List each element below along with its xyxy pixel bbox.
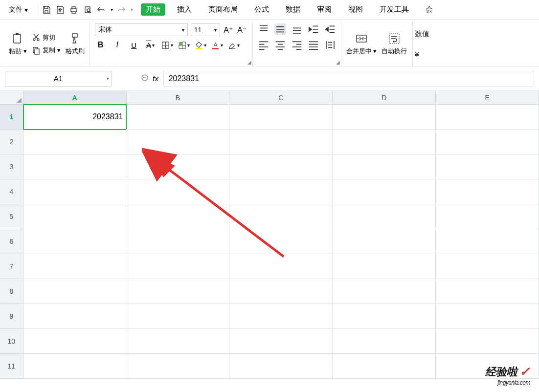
row-header-9[interactable]: 9 — [0, 304, 23, 329]
undo-icon[interactable] — [96, 4, 107, 15]
undo-dropdown[interactable]: ▾ — [111, 7, 113, 12]
select-all-corner[interactable] — [0, 91, 23, 105]
cell[interactable] — [126, 329, 229, 354]
cell[interactable] — [436, 304, 539, 329]
bold-button[interactable]: B — [95, 39, 107, 51]
cell[interactable] — [23, 179, 127, 204]
group-expand-icon[interactable]: ◢ — [247, 60, 251, 65]
cell[interactable] — [126, 154, 229, 179]
align-left-button[interactable] — [258, 39, 270, 51]
cell[interactable] — [23, 354, 127, 379]
redo-dropdown[interactable]: ▾ — [131, 7, 133, 12]
cell[interactable] — [229, 304, 333, 329]
tab-formula[interactable]: 公式 — [249, 3, 274, 16]
cell[interactable] — [229, 329, 333, 354]
cut-button[interactable]: 剪切 — [32, 33, 61, 42]
formula-input[interactable]: 2023831 — [163, 71, 534, 87]
justify-button[interactable] — [308, 39, 319, 51]
row-header-1[interactable]: 1 — [0, 105, 23, 130]
tab-insert[interactable]: 插入 — [172, 3, 197, 16]
cell[interactable] — [126, 229, 229, 254]
number-label[interactable]: 数值 — [415, 29, 429, 39]
row-header-2[interactable]: 2 — [0, 130, 23, 154]
merge-center-button[interactable]: 合并居中 ▾ — [346, 32, 377, 56]
redo-icon[interactable] — [116, 4, 127, 15]
print-icon[interactable] — [68, 4, 79, 15]
cell[interactable] — [229, 179, 333, 204]
cell[interactable] — [436, 229, 539, 254]
border-button[interactable]: ▾ — [161, 39, 173, 51]
font-color-button[interactable]: A▾ — [211, 39, 223, 51]
paste-button[interactable]: 粘贴 ▾ — [9, 32, 27, 56]
cell-E1[interactable] — [436, 105, 539, 130]
align-top-button[interactable] — [258, 23, 270, 35]
save-icon[interactable] — [41, 4, 52, 15]
group-expand-icon[interactable]: ◢ — [336, 60, 340, 65]
wrap-text-button[interactable]: 自动换行 — [382, 32, 407, 56]
fx-button[interactable]: fx — [153, 74, 158, 83]
italic-button[interactable]: I — [112, 39, 123, 51]
cell[interactable] — [126, 354, 229, 379]
cell[interactable] — [23, 279, 127, 304]
cell-A1[interactable]: 2023831 — [23, 105, 127, 130]
decrease-font-button[interactable]: A⁻ — [237, 25, 247, 35]
format-painter-button[interactable]: 格式刷 — [66, 32, 85, 56]
distribute-button[interactable] — [324, 39, 336, 51]
cell[interactable] — [333, 154, 436, 179]
col-header-D[interactable]: D — [333, 91, 436, 105]
align-middle-button[interactable] — [274, 23, 286, 35]
cell[interactable] — [333, 304, 436, 329]
cell[interactable] — [229, 279, 333, 304]
cell[interactable] — [23, 154, 127, 179]
cell[interactable] — [229, 254, 333, 279]
cell[interactable] — [436, 179, 539, 204]
tab-view[interactable]: 视图 — [343, 3, 368, 16]
cell[interactable] — [436, 254, 539, 279]
align-center-button[interactable] — [274, 39, 286, 51]
clear-format-button[interactable]: ▾ — [228, 39, 240, 51]
cell[interactable] — [333, 279, 436, 304]
row-header-5[interactable]: 5 — [0, 204, 23, 229]
tab-home[interactable]: 开始 — [141, 3, 165, 16]
row-header-6[interactable]: 6 — [0, 229, 23, 254]
col-header-C[interactable]: C — [229, 91, 333, 105]
cell[interactable] — [333, 130, 436, 154]
col-header-B[interactable]: B — [127, 91, 230, 105]
align-bottom-button[interactable] — [291, 23, 303, 35]
cell[interactable] — [333, 179, 436, 204]
font-name-select[interactable]: 宋体 ▾ — [95, 23, 188, 36]
cell[interactable] — [333, 229, 436, 254]
cell[interactable] — [23, 130, 127, 154]
row-header-10[interactable]: 10 — [0, 329, 23, 354]
cell[interactable] — [23, 254, 127, 279]
cell[interactable] — [126, 204, 229, 229]
cell[interactable] — [436, 329, 539, 354]
tab-layout[interactable]: 页面布局 — [203, 3, 243, 16]
cell[interactable] — [126, 130, 229, 154]
name-box[interactable]: A1 ▾ — [5, 71, 112, 87]
cancel-fx-icon[interactable] — [141, 74, 149, 84]
cell[interactable] — [333, 354, 436, 379]
cell-style-button[interactable]: ▾ — [178, 39, 190, 51]
cell[interactable] — [229, 154, 333, 179]
cell[interactable] — [229, 229, 333, 254]
cell-B1[interactable] — [126, 105, 229, 130]
cell[interactable] — [23, 304, 127, 329]
print-preview-icon[interactable] — [82, 4, 93, 15]
cell[interactable] — [126, 279, 229, 304]
tab-devtools[interactable]: 开发工具 — [375, 3, 414, 16]
cell[interactable] — [333, 254, 436, 279]
tab-clipped[interactable]: 会 — [421, 3, 438, 16]
align-right-button[interactable] — [291, 39, 303, 51]
cell[interactable] — [333, 329, 436, 354]
tab-review[interactable]: 审阅 — [312, 3, 337, 16]
strikethrough-button[interactable]: A▾ — [145, 39, 157, 51]
col-header-A[interactable]: A — [23, 91, 127, 105]
underline-button[interactable]: U — [128, 39, 140, 51]
copy-button[interactable]: 复制 ▾ — [32, 46, 61, 55]
row-header-7[interactable]: 7 — [0, 254, 23, 279]
file-menu[interactable]: 文件 ▾ — [4, 4, 31, 15]
cell[interactable] — [229, 204, 333, 229]
currency-button[interactable]: ¥ — [415, 50, 429, 58]
cell-C1[interactable] — [229, 105, 333, 130]
